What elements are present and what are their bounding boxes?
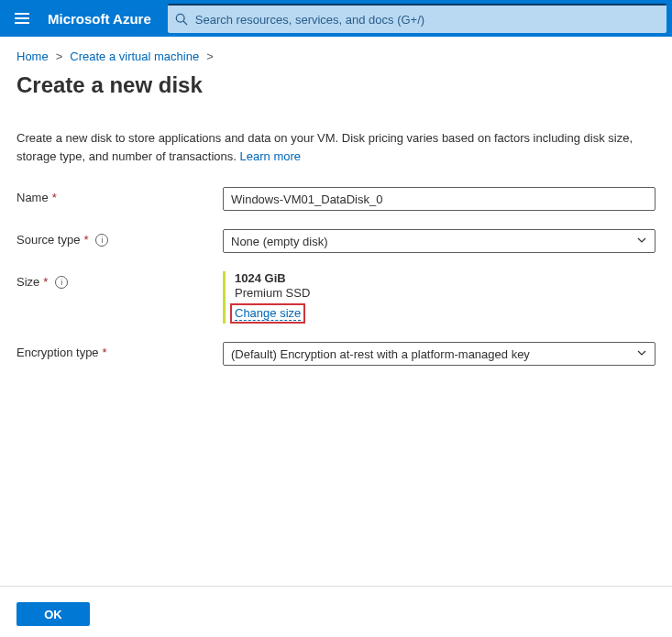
required-star: * [52, 191, 57, 204]
page-content: Home > Create a virtual machine > Create… [0, 37, 672, 366]
row-name: Name * [17, 187, 655, 211]
size-label: Size [17, 275, 39, 289]
form: Name * Source type * i None (empty disk) [17, 187, 655, 366]
size-label-wrapper: Size * i [17, 271, 223, 289]
breadcrumb-sep: > [56, 49, 63, 63]
breadcrumb: Home > Create a virtual machine > [17, 49, 655, 63]
row-source: Source type * i None (empty disk) [17, 229, 655, 253]
source-type-value: None (empty disk) [231, 235, 327, 248]
search-icon [175, 13, 188, 26]
breadcrumb-create-vm[interactable]: Create a virtual machine [70, 49, 199, 63]
name-input[interactable] [223, 187, 655, 211]
chevron-down-icon [636, 347, 647, 361]
footer-separator [0, 586, 672, 587]
source-label: Source type [17, 233, 80, 247]
encryption-field-wrapper: (Default) Encryption at-rest with a plat… [223, 342, 655, 366]
breadcrumb-home[interactable]: Home [17, 49, 49, 63]
source-label-wrapper: Source type * i [17, 229, 223, 247]
hamburger-menu-button[interactable] [0, 0, 44, 37]
source-type-select[interactable]: None (empty disk) [223, 229, 655, 253]
name-label: Name [17, 191, 49, 204]
top-bar: Microsoft Azure [0, 0, 672, 37]
source-field-wrapper: None (empty disk) [223, 229, 655, 253]
encryption-label-wrapper: Encryption type * [17, 342, 223, 359]
name-label-wrapper: Name * [17, 187, 223, 204]
learn-more-link[interactable]: Learn more [240, 149, 301, 163]
svg-point-0 [176, 14, 184, 22]
footer: OK [17, 602, 90, 626]
size-tier: Premium SSD [235, 286, 655, 300]
ok-button[interactable]: OK [17, 602, 90, 626]
row-encryption: Encryption type * (Default) Encryption a… [17, 342, 655, 366]
required-star: * [103, 346, 107, 359]
encryption-type-value: (Default) Encryption at-rest with a plat… [231, 347, 530, 361]
page-title: Create a new disk [17, 72, 655, 98]
info-icon[interactable]: i [55, 276, 68, 289]
page-description: Create a new disk to store applications … [17, 129, 655, 165]
encryption-label: Encryption type [17, 346, 99, 359]
change-size-link[interactable]: Change size [235, 306, 301, 321]
search-box[interactable] [168, 4, 666, 33]
name-field-wrapper [223, 187, 655, 211]
info-icon[interactable]: i [95, 234, 108, 247]
brand-label: Microsoft Azure [44, 11, 162, 27]
encryption-type-select[interactable]: (Default) Encryption at-rest with a plat… [223, 342, 655, 366]
size-info-block: 1024 GiB Premium SSD Change size [223, 271, 655, 324]
svg-line-1 [183, 21, 187, 25]
description-text: Create a new disk to store applications … [17, 131, 633, 163]
size-value: 1024 GiB [235, 271, 655, 285]
required-star: * [83, 233, 88, 247]
row-size: Size * i 1024 GiB Premium SSD Change siz… [17, 271, 655, 324]
required-star: * [43, 275, 48, 289]
size-field-wrapper: 1024 GiB Premium SSD Change size [223, 271, 655, 324]
highlight-annotation: Change size [230, 303, 305, 324]
breadcrumb-sep: > [206, 49, 214, 63]
hamburger-icon [15, 13, 29, 24]
search-input[interactable] [195, 13, 659, 27]
chevron-down-icon [636, 235, 647, 248]
